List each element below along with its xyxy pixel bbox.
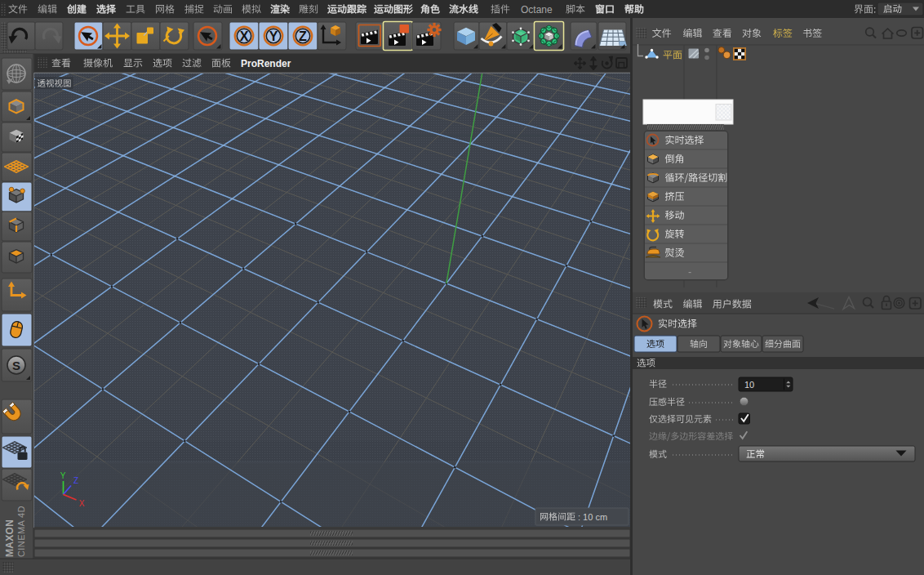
svg-text:Octane: Octane bbox=[521, 4, 553, 16]
svg-text:X: X bbox=[79, 499, 85, 508]
svg-text:Z: Z bbox=[73, 476, 78, 485]
svg-text:Z: Z bbox=[299, 29, 307, 43]
svg-text:MAXON: MAXON bbox=[4, 519, 16, 557]
svg-text:X: X bbox=[240, 29, 249, 43]
svg-text:: 10 cm: : 10 cm bbox=[578, 512, 607, 522]
svg-text:CINEMA 4D: CINEMA 4D bbox=[16, 506, 26, 557]
svg-text:Y: Y bbox=[60, 471, 66, 480]
svg-text:10: 10 bbox=[744, 380, 754, 390]
svg-text:S: S bbox=[12, 359, 20, 372]
svg-text:Y: Y bbox=[269, 29, 278, 43]
svg-text:ProRender: ProRender bbox=[241, 58, 291, 69]
